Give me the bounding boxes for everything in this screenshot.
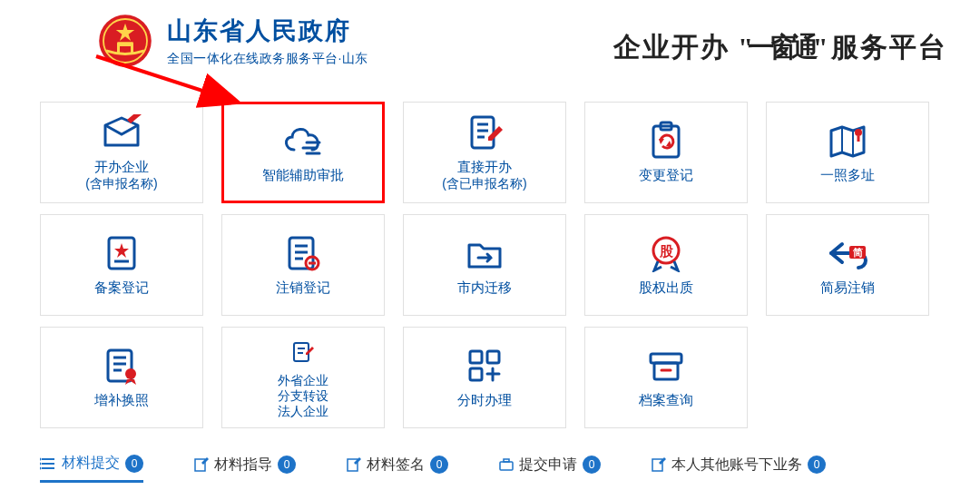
blank-tile	[766, 327, 929, 428]
svg-marker-21	[114, 243, 129, 258]
tile-label: 股权出质	[639, 279, 693, 297]
tile-cancel-register[interactable]: 注销登记	[221, 214, 385, 316]
tile-open-enterprise[interactable]: 开办企业 (含申报名称)	[40, 102, 203, 203]
tile-label: 增补换照	[94, 391, 149, 409]
tab-count-badge: 0	[278, 456, 296, 474]
tile-record-register[interactable]: 备案登记	[40, 214, 203, 316]
tab-label: 材料签名	[367, 456, 425, 475]
map-pin-icon	[828, 121, 867, 161]
tab-submit-apply[interactable]: 提交申请 0	[499, 456, 601, 482]
briefcase-icon	[499, 458, 514, 471]
tile-label: 开办企业	[94, 158, 149, 176]
tile-label: 智能辅助审批	[262, 166, 344, 184]
folder-arrow-icon	[466, 233, 504, 273]
tile-label: 市内迁移	[457, 279, 512, 297]
svg-rect-43	[470, 368, 482, 380]
tile-change-register[interactable]: 变更登记	[584, 102, 748, 203]
svg-rect-41	[470, 351, 482, 363]
tile-label: 直接开办	[457, 158, 512, 176]
svg-marker-15	[659, 139, 664, 144]
header-main-title: 山东省人民政府	[167, 15, 368, 47]
envelope-edit-icon	[102, 113, 142, 152]
tile-label: 备案登记	[94, 279, 149, 297]
tile-replace-license[interactable]: 增补换照	[40, 327, 203, 428]
tab-count-badge: 0	[125, 455, 143, 473]
tab-material-guide[interactable]: 材料指导 0	[194, 456, 296, 482]
svg-point-52	[40, 457, 42, 460]
svg-point-37	[125, 368, 136, 379]
tile-label: 外省企业 分支转设 法人企业	[278, 374, 328, 420]
document-edit-icon	[466, 113, 503, 152]
platform-name: 企业开办 "一窗通" 服务平台	[613, 29, 947, 66]
tile-label: 简易注销	[820, 279, 875, 297]
tile-direct-open[interactable]: 直接开办 (含已申报名称)	[403, 102, 566, 203]
edit-icon	[347, 457, 361, 472]
svg-point-53	[40, 462, 42, 465]
tile-label: 档案查询	[639, 391, 693, 409]
back-simple-icon: 简	[826, 233, 869, 273]
svg-rect-42	[487, 351, 499, 363]
svg-point-0	[99, 15, 152, 67]
document-remove-icon	[285, 233, 321, 273]
document-small-edit-icon	[291, 335, 315, 368]
tile-label: 注销登记	[276, 279, 330, 297]
tab-label: 材料指导	[214, 456, 272, 475]
tile-sublabel: (含已申报名称)	[442, 176, 526, 192]
tab-count-badge: 0	[583, 456, 601, 474]
svg-point-54	[40, 466, 42, 469]
tab-other-accounts[interactable]: 本人其他账号下业务 0	[652, 456, 826, 482]
tile-label: 变更登记	[639, 166, 693, 184]
cloud-lines-icon	[279, 121, 327, 161]
tile-label: 一照多址	[820, 166, 875, 184]
tile-branch-convert[interactable]: 外省企业 分支转设 法人企业	[221, 327, 385, 428]
document-star-icon	[104, 233, 139, 273]
header-sub-title: 全国一体化在线政务服务平台·山东	[167, 51, 368, 67]
svg-rect-58	[504, 459, 509, 462]
tab-label: 材料提交	[62, 454, 120, 473]
status-tabs: 材料提交 0 材料指导 0 材料签名 0 提交申请 0 本人其他账号下业务 0	[40, 454, 980, 483]
tile-label: 分时办理	[457, 391, 512, 409]
national-emblem-icon	[98, 14, 152, 68]
tile-sublabel: (含申报名称)	[85, 176, 157, 192]
equity-seal-icon: 股	[647, 233, 685, 273]
svg-text:股: 股	[659, 243, 674, 259]
header: 山东省人民政府 全国一体化在线政务服务平台·山东 企业开办 "一窗通" 服务平台	[0, 0, 980, 73]
tile-equity-pledge[interactable]: 股 股权出质	[584, 214, 748, 316]
tab-label: 本人其他账号下业务	[671, 456, 802, 475]
service-grid: 开办企业 (含申报名称) 智能辅助审批 直接开办 (含已申报名称)	[0, 102, 980, 428]
svg-rect-9	[472, 117, 494, 148]
list-icon	[40, 456, 56, 471]
archive-icon	[647, 346, 685, 386]
tile-simple-cancel[interactable]: 简 简易注销	[766, 214, 929, 316]
svg-text:简: 简	[852, 247, 863, 258]
tab-count-badge: 0	[430, 456, 448, 474]
tile-archive-query[interactable]: 档案查询	[584, 327, 748, 428]
svg-marker-16	[666, 141, 671, 146]
tab-count-badge: 0	[808, 456, 826, 474]
grid-plus-icon	[466, 346, 503, 386]
edit-icon	[652, 457, 666, 472]
edit-icon	[194, 457, 209, 472]
svg-point-19	[855, 129, 862, 136]
document-badge-icon	[103, 346, 140, 386]
tab-material-sign[interactable]: 材料签名 0	[347, 456, 448, 482]
tab-label: 提交申请	[519, 456, 577, 475]
tile-one-license[interactable]: 一照多址	[766, 102, 929, 203]
tile-smart-approval[interactable]: 智能辅助审批	[221, 102, 385, 203]
clipboard-refresh-icon	[648, 121, 684, 161]
svg-rect-57	[500, 462, 513, 470]
tile-timeshare[interactable]: 分时办理	[403, 327, 566, 428]
tab-material-submit[interactable]: 材料提交 0	[40, 454, 143, 483]
tile-city-transfer[interactable]: 市内迁移	[403, 214, 566, 316]
